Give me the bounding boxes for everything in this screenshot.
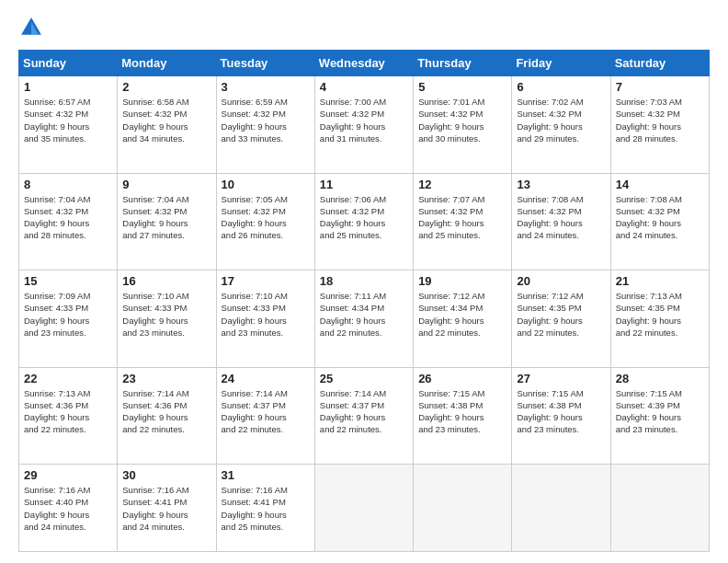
calendar-day-cell: 26Sunrise: 7:15 AM Sunset: 4:38 PM Dayli… [414,367,512,465]
calendar-day-cell [414,465,512,552]
day-number: 20 [517,274,605,288]
calendar-day-cell: 9Sunrise: 7:04 AM Sunset: 4:32 PM Daylig… [118,173,216,270]
day-number: 3 [222,80,310,94]
calendar-day-cell: 30Sunrise: 7:16 AM Sunset: 4:41 PM Dayli… [118,465,216,552]
day-number: 6 [517,80,605,94]
day-number: 31 [222,468,310,482]
day-info: Sunrise: 7:10 AM Sunset: 4:33 PM Dayligh… [222,290,310,339]
calendar-day-cell: 21Sunrise: 7:13 AM Sunset: 4:35 PM Dayli… [610,270,709,368]
calendar-week-row: 15Sunrise: 7:09 AM Sunset: 4:33 PM Dayli… [19,270,710,368]
day-info: Sunrise: 7:10 AM Sunset: 4:33 PM Dayligh… [122,290,210,339]
day-info: Sunrise: 7:04 AM Sunset: 4:32 PM Dayligh… [122,193,210,242]
day-info: Sunrise: 7:16 AM Sunset: 4:41 PM Dayligh… [122,484,210,533]
day-number: 4 [320,80,408,94]
calendar-day-cell: 22Sunrise: 7:13 AM Sunset: 4:36 PM Dayli… [19,367,118,465]
day-number: 10 [222,178,310,191]
calendar-day-cell: 7Sunrise: 7:03 AM Sunset: 4:32 PM Daylig… [610,76,709,174]
calendar-day-cell: 3Sunrise: 6:59 AM Sunset: 4:32 PM Daylig… [216,76,314,174]
calendar-day-cell: 29Sunrise: 7:16 AM Sunset: 4:40 PM Dayli… [19,465,118,552]
calendar-day-cell: 24Sunrise: 7:14 AM Sunset: 4:37 PM Dayli… [216,367,314,465]
calendar-week-row: 1Sunrise: 6:57 AM Sunset: 4:32 PM Daylig… [19,76,710,174]
day-info: Sunrise: 7:06 AM Sunset: 4:32 PM Dayligh… [320,193,408,242]
day-info: Sunrise: 7:02 AM Sunset: 4:32 PM Dayligh… [517,96,605,144]
day-info: Sunrise: 6:57 AM Sunset: 4:32 PM Dayligh… [24,96,112,144]
calendar-day-cell: 6Sunrise: 7:02 AM Sunset: 4:32 PM Daylig… [512,76,610,174]
calendar-table: SundayMondayTuesdayWednesdayThursdayFrid… [18,50,710,552]
calendar-day-cell: 12Sunrise: 7:07 AM Sunset: 4:32 PM Dayli… [414,173,512,270]
calendar-day-cell: 31Sunrise: 7:16 AM Sunset: 4:41 PM Dayli… [216,465,314,552]
day-info: Sunrise: 7:16 AM Sunset: 4:41 PM Dayligh… [222,484,310,533]
day-number: 26 [418,372,506,385]
day-number: 24 [222,372,310,385]
calendar-day-cell: 27Sunrise: 7:15 AM Sunset: 4:38 PM Dayli… [512,367,610,465]
calendar-day-cell: 15Sunrise: 7:09 AM Sunset: 4:33 PM Dayli… [19,270,118,368]
day-info: Sunrise: 7:15 AM Sunset: 4:38 PM Dayligh… [517,387,605,436]
day-number: 21 [616,274,704,288]
day-info: Sunrise: 7:01 AM Sunset: 4:32 PM Dayligh… [418,96,506,144]
day-info: Sunrise: 7:11 AM Sunset: 4:34 PM Dayligh… [320,290,408,339]
calendar-day-cell: 2Sunrise: 6:58 AM Sunset: 4:32 PM Daylig… [118,76,216,174]
calendar-day-cell: 4Sunrise: 7:00 AM Sunset: 4:32 PM Daylig… [314,76,413,174]
calendar-day-cell: 1Sunrise: 6:57 AM Sunset: 4:32 PM Daylig… [19,76,118,174]
logo [18,15,48,40]
calendar-day-cell [314,465,413,552]
calendar-day-cell: 25Sunrise: 7:14 AM Sunset: 4:37 PM Dayli… [314,367,413,465]
day-number: 22 [24,372,112,385]
day-info: Sunrise: 6:58 AM Sunset: 4:32 PM Dayligh… [122,96,210,144]
day-info: Sunrise: 7:15 AM Sunset: 4:38 PM Dayligh… [418,387,506,436]
day-number: 1 [24,80,112,94]
day-info: Sunrise: 7:15 AM Sunset: 4:39 PM Dayligh… [616,387,704,436]
day-info: Sunrise: 7:08 AM Sunset: 4:32 PM Dayligh… [517,193,605,242]
day-info: Sunrise: 7:07 AM Sunset: 4:32 PM Dayligh… [418,193,506,242]
calendar-day-cell: 14Sunrise: 7:08 AM Sunset: 4:32 PM Dayli… [610,173,709,270]
calendar-day-cell: 10Sunrise: 7:05 AM Sunset: 4:32 PM Dayli… [216,173,314,270]
calendar-week-row: 22Sunrise: 7:13 AM Sunset: 4:36 PM Dayli… [19,367,710,465]
day-info: Sunrise: 7:14 AM Sunset: 4:37 PM Dayligh… [222,387,310,436]
calendar-day-cell: 8Sunrise: 7:04 AM Sunset: 4:32 PM Daylig… [19,173,118,270]
day-info: Sunrise: 7:12 AM Sunset: 4:35 PM Dayligh… [517,290,605,339]
day-info: Sunrise: 7:03 AM Sunset: 4:32 PM Dayligh… [616,96,704,144]
day-info: Sunrise: 7:05 AM Sunset: 4:32 PM Dayligh… [222,193,310,242]
day-number: 16 [122,274,210,288]
logo-icon [18,15,44,40]
calendar-header-wednesday: Wednesday [314,51,413,76]
header [18,15,710,40]
day-number: 2 [122,80,210,94]
day-number: 27 [517,372,605,385]
day-number: 28 [616,372,704,385]
day-number: 29 [24,468,112,482]
day-info: Sunrise: 7:13 AM Sunset: 4:36 PM Dayligh… [24,387,112,436]
day-number: 11 [320,178,408,191]
calendar-day-cell: 19Sunrise: 7:12 AM Sunset: 4:34 PM Dayli… [414,270,512,368]
calendar-header-monday: Monday [118,51,216,76]
day-info: Sunrise: 7:14 AM Sunset: 4:37 PM Dayligh… [320,387,408,436]
calendar-header-row: SundayMondayTuesdayWednesdayThursdayFrid… [19,51,710,76]
day-number: 7 [616,80,704,94]
day-number: 13 [517,178,605,191]
day-info: Sunrise: 7:04 AM Sunset: 4:32 PM Dayligh… [24,193,112,242]
calendar-day-cell: 13Sunrise: 7:08 AM Sunset: 4:32 PM Dayli… [512,173,610,270]
day-info: Sunrise: 7:16 AM Sunset: 4:40 PM Dayligh… [24,484,112,533]
day-number: 19 [418,274,506,288]
calendar-header-thursday: Thursday [414,51,512,76]
calendar-day-cell: 11Sunrise: 7:06 AM Sunset: 4:32 PM Dayli… [314,173,413,270]
day-number: 12 [418,178,506,191]
calendar-day-cell: 23Sunrise: 7:14 AM Sunset: 4:36 PM Dayli… [118,367,216,465]
calendar-day-cell: 20Sunrise: 7:12 AM Sunset: 4:35 PM Dayli… [512,270,610,368]
page: SundayMondayTuesdayWednesdayThursdayFrid… [0,0,728,563]
day-number: 23 [122,372,210,385]
day-number: 17 [222,274,310,288]
calendar-week-row: 29Sunrise: 7:16 AM Sunset: 4:40 PM Dayli… [19,465,710,552]
calendar-day-cell [512,465,610,552]
calendar-header-sunday: Sunday [19,51,118,76]
day-info: Sunrise: 7:12 AM Sunset: 4:34 PM Dayligh… [418,290,506,339]
day-info: Sunrise: 7:09 AM Sunset: 4:33 PM Dayligh… [24,290,112,339]
calendar-day-cell: 5Sunrise: 7:01 AM Sunset: 4:32 PM Daylig… [414,76,512,174]
day-number: 15 [24,274,112,288]
day-number: 5 [418,80,506,94]
calendar-day-cell [610,465,709,552]
day-info: Sunrise: 6:59 AM Sunset: 4:32 PM Dayligh… [222,96,310,144]
day-info: Sunrise: 7:14 AM Sunset: 4:36 PM Dayligh… [122,387,210,436]
calendar-day-cell: 17Sunrise: 7:10 AM Sunset: 4:33 PM Dayli… [216,270,314,368]
calendar-day-cell: 18Sunrise: 7:11 AM Sunset: 4:34 PM Dayli… [314,270,413,368]
